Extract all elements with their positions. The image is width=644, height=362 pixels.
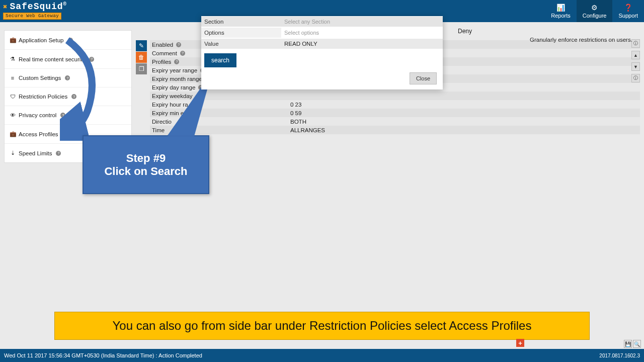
policy-label: Time [152, 127, 165, 133]
modal-row-value: Value READ ONLY [201, 38, 443, 49]
help-icon[interactable]: ? [62, 132, 67, 137]
policy-label: Expiry month range [152, 76, 202, 82]
logo-area: ✖ SafeSquid® Secure Web Gateway [0, 0, 70, 22]
policy-value: 0 23 [288, 102, 640, 108]
modal-label: Value [201, 39, 281, 49]
logo-icon: ✖ [3, 3, 8, 11]
configure-label: Configure [583, 13, 607, 19]
value-text[interactable]: READ ONLY [283, 40, 441, 48]
policy-value: BOTH [288, 119, 640, 125]
policy-label: Profiles [152, 59, 171, 65]
close-button[interactable]: Close [410, 72, 437, 84]
help-icon[interactable]: ? [180, 51, 185, 56]
modal-row-section: Section [201, 16, 443, 27]
policy-label: Expiry min e [152, 110, 184, 116]
sidebar-item-label: Application Setup [19, 37, 64, 43]
help-icon[interactable]: ? [176, 42, 181, 47]
sidebar-item-label: Custom Settings [19, 75, 61, 81]
configure-icon: ⚙ [591, 4, 598, 12]
policy-label: Expiry day range [152, 84, 195, 90]
support-icon: ❓ [624, 4, 632, 12]
support-action[interactable]: ❓ Support [612, 0, 644, 22]
callout-step: Step #9 [126, 152, 166, 165]
policy-row: DirectioBOTH [150, 117, 640, 126]
policy-label: Expiry year range [152, 67, 197, 73]
policy-row: Expiry hour ra0 23 [150, 100, 640, 109]
footer-icon-group: 💾 🔍 [624, 340, 641, 348]
help-icon[interactable]: ? [65, 75, 70, 80]
help-icon[interactable]: ? [174, 59, 179, 64]
policy-value: 0 59 [288, 110, 640, 116]
sidebar-item-label: Real time content security [19, 56, 85, 62]
sidebar-item-label: Access Profiles [19, 131, 58, 137]
policy-row: Expiry weekday [150, 92, 640, 100]
policy-label: Expiry weekday [152, 93, 193, 99]
sidebar-item-application-setup[interactable]: 💼Application Setup? [5, 31, 131, 50]
support-label: Support [618, 13, 638, 19]
policy-label: Comment [152, 50, 177, 56]
search-modal: Section Options Value READ ONLY search C… [201, 16, 443, 89]
options-input[interactable] [283, 29, 441, 37]
policy-row: TimeALLRANGES [150, 126, 640, 134]
info-button-2[interactable]: ⓘ [631, 74, 640, 82]
yellow-instruction-banner: You can also go from side bar under Rest… [54, 312, 590, 340]
tab-deny[interactable]: Deny [458, 28, 472, 35]
right-note: Granularly enforce restrictions on users… [530, 37, 638, 43]
sidebar-item-custom[interactable]: ≡Custom Settings? [5, 69, 131, 87]
sidebar-item-label: Speed Limits [19, 150, 52, 156]
policy-icons: ✎ 🗑 ❐ [136, 40, 147, 134]
eye-icon: 👁 [10, 112, 16, 118]
policy-row: Expiry min e?0 59 [150, 109, 640, 117]
modal-label: Section [201, 17, 281, 27]
flask-icon: ⚗ [10, 56, 16, 62]
tutorial-callout: Step #9 Click on Search [83, 135, 209, 194]
sidebar-item-restriction[interactable]: 🛡Restriction Policies? [5, 87, 131, 106]
briefcase-icon: 💼 [10, 131, 16, 137]
reports-icon: 📊 [556, 4, 565, 12]
sidebar-item-label: Privacy control [19, 112, 56, 118]
help-icon[interactable]: ? [71, 94, 76, 99]
copy-button[interactable]: ❐ [136, 63, 147, 74]
top-actions: 📊 Reports ⚙ Configure ❓ Support [545, 0, 644, 22]
edit-button[interactable]: ✎ [136, 40, 147, 51]
download-icon: ⇣ [10, 150, 16, 156]
reports-action[interactable]: 📊 Reports [545, 0, 577, 22]
add-button[interactable]: + [516, 339, 524, 347]
search-button[interactable]: search [204, 53, 236, 67]
sidebar-item-privacy[interactable]: 👁Privacy control? [5, 106, 131, 125]
callout-text: Click on Search [104, 165, 187, 178]
modal-row-options: Options [201, 27, 443, 38]
delete-button[interactable]: 🗑 [136, 52, 147, 63]
footer-version: 2017.0817.1602.3 [599, 353, 640, 358]
help-icon[interactable]: ? [89, 57, 94, 62]
sidebar-item-realtime[interactable]: ⚗Real time content security? [5, 50, 131, 69]
help-icon[interactable]: ? [68, 38, 73, 43]
footer-status: Wed Oct 11 2017 15:56:34 GMT+0530 (India… [4, 352, 202, 358]
policy-label: Expiry hour ra [152, 102, 188, 108]
modal-label: Options [201, 28, 281, 38]
right-button-stack: ⓘ ▲ ▼ ⓘ [631, 39, 640, 82]
section-input[interactable] [283, 18, 441, 26]
move-up-button[interactable]: ▲ [631, 51, 640, 59]
configure-action[interactable]: ⚙ Configure [577, 0, 613, 22]
help-icon[interactable]: ? [60, 113, 65, 118]
policy-label: Enabled [152, 42, 173, 48]
briefcase-icon: 💼 [10, 37, 16, 43]
save-icon[interactable]: 💾 [624, 340, 632, 348]
logo: ✖ SafeSquid® [3, 2, 67, 12]
footer: Wed Oct 11 2017 15:56:34 GMT+0530 (India… [0, 349, 644, 362]
policy-value: ALLRANGES [288, 127, 640, 133]
brand-name: SafeSquid [10, 2, 63, 12]
search-icon[interactable]: 🔍 [633, 340, 641, 348]
brand-tagline: Secure Web Gateway [3, 13, 61, 20]
shield-icon: 🛡 [10, 94, 16, 100]
help-icon[interactable]: ? [56, 151, 61, 156]
policy-label: Directio [152, 119, 172, 125]
move-down-button[interactable]: ▼ [631, 62, 640, 71]
brand-reg: ® [63, 2, 67, 7]
reports-label: Reports [551, 13, 571, 19]
sidebar-item-label: Restriction Policies [19, 94, 67, 100]
list-icon: ≡ [10, 75, 16, 81]
